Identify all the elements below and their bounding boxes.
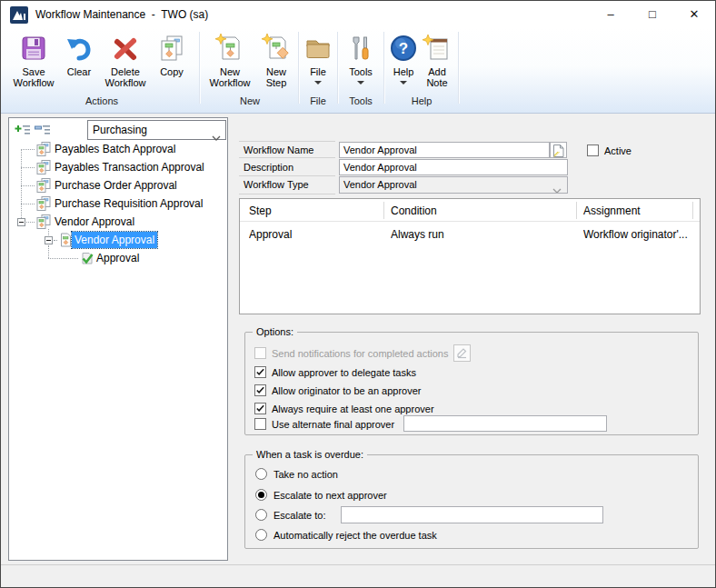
send-notifications-checkbox [254, 347, 266, 359]
tree-item-label: Payables Transaction Approval [55, 159, 204, 175]
ribbon-toolbar: Save Workflow Clear Delete Workflow Copy [1, 28, 715, 114]
new-step-button[interactable]: New Step [257, 31, 295, 89]
column-divider [692, 202, 693, 219]
escalate-next-approver-radio[interactable] [255, 489, 267, 501]
chevron-down-icon [552, 183, 562, 194]
description-field[interactable]: Vendor Approval [339, 159, 568, 175]
button-label: Add [420, 66, 454, 77]
add-note-button[interactable]: Add Note [420, 31, 454, 89]
alternate-approver-input[interactable] [403, 415, 607, 432]
button-label: Step [257, 77, 295, 88]
copy-button[interactable]: Copy [152, 31, 192, 89]
ribbon-separator [298, 32, 299, 104]
collapse-all-button[interactable] [35, 125, 53, 139]
workflow-type-label: Workflow Type [239, 176, 335, 194]
ribbon-group-label-tools: Tools [339, 95, 383, 108]
undo-icon [65, 34, 94, 63]
tree-item-label: Purchase Requisition Approval [55, 195, 203, 212]
column-divider [383, 202, 384, 219]
delete-workflow-button[interactable]: Delete Workflow [101, 31, 150, 89]
assignment-cell: Workflow originator'... [583, 226, 694, 243]
tools-menu-button[interactable]: Tools [341, 31, 381, 89]
button-label: New [257, 66, 295, 77]
note-button[interactable] [550, 142, 567, 158]
help-icon: ? [389, 34, 418, 63]
tree-item[interactable]: Purchase Order Approval [9, 177, 225, 194]
minimize-button[interactable]: – [590, 1, 631, 28]
tree-item-label: Payables Batch Approval [55, 141, 175, 157]
tree-item[interactable]: Vendor Approval [9, 214, 225, 230]
tree-item-label: Vendor Approval [72, 232, 157, 248]
escalate-next-approver-label: Escalate to next approver [273, 489, 387, 502]
active-checkbox-label: Active [604, 145, 631, 157]
title-bar: Workflow Maintenance - TWO (sa) – □ ✕ [1, 1, 715, 29]
allow-delegate-label: Allow approver to delegate tasks [272, 366, 416, 379]
message-icon [456, 347, 468, 359]
escalate-to-radio[interactable] [255, 509, 267, 521]
workflow-icon [58, 233, 73, 247]
overdue-legend: When a task is overdue: [253, 448, 367, 461]
tree-item[interactable]: Payables Transaction Approval [9, 159, 225, 175]
button-label: Copy [152, 66, 192, 77]
delete-icon [111, 34, 140, 63]
column-header-condition: Condition [391, 203, 437, 219]
check-icon [255, 404, 265, 414]
escalate-to-input[interactable] [341, 506, 603, 523]
folder-icon [303, 34, 333, 63]
workflow-type-select: Vendor Approval [339, 176, 568, 194]
workflow-name-field[interactable]: Vendor Approval [339, 142, 550, 158]
new-workflow-icon [215, 34, 244, 63]
help-menu-button[interactable]: ? Help [387, 31, 420, 89]
step-cell: Approval [249, 226, 381, 243]
check-icon [255, 367, 265, 377]
allow-originator-checkbox[interactable] [254, 384, 266, 396]
tree-item[interactable]: Vendor Approval [9, 232, 225, 248]
take-no-action-radio[interactable] [255, 468, 267, 480]
steps-table: Step Condition Assignment Approval Alway… [239, 198, 701, 314]
tree-item[interactable]: Payables Batch Approval [9, 141, 225, 157]
workflow-tree-panel: Purchasing Payables Batch Approval Payab… [8, 117, 228, 561]
button-label: Delete [101, 66, 150, 77]
maximize-button[interactable]: □ [631, 1, 673, 28]
tree-item-label: Vendor Approval [55, 214, 134, 230]
ribbon-group-label-help: Help [386, 95, 457, 108]
note-icon [552, 145, 564, 157]
step-check-icon [80, 251, 94, 265]
ribbon-group-label-file: File [300, 95, 336, 108]
tree-item[interactable]: Purchase Requisition Approval [9, 195, 225, 212]
active-checkbox[interactable] [587, 145, 599, 156]
column-divider [576, 202, 577, 219]
clear-button[interactable]: Clear [59, 31, 99, 89]
tree-item[interactable]: Approval [9, 250, 225, 266]
button-label: New [204, 66, 255, 77]
options-groupbox: Options: Send notifications for complete… [244, 332, 699, 435]
tree-collapse-toggle[interactable] [17, 218, 25, 226]
expand-all-button[interactable] [15, 125, 33, 139]
save-icon [19, 34, 48, 63]
require-approver-checkbox[interactable] [254, 403, 266, 414]
auto-reject-radio[interactable] [255, 529, 267, 541]
allow-delegate-checkbox[interactable] [254, 366, 266, 378]
workflow-category-select[interactable]: Purchasing [87, 120, 226, 140]
description-label: Description [239, 159, 335, 176]
status-bar [1, 564, 715, 587]
chevron-down-icon [400, 81, 407, 85]
new-workflow-button[interactable]: New Workflow [204, 31, 255, 89]
tree-item-label: Purchase Order Approval [55, 177, 177, 194]
alternate-approver-label: Use alternate final approver [272, 418, 394, 431]
column-header-assignment: Assignment [583, 203, 641, 219]
close-button[interactable]: ✕ [673, 1, 715, 28]
workflow-type-icon [36, 214, 51, 229]
dynamics-gp-logo-icon [10, 6, 28, 24]
workflow-name-label: Workflow Name [239, 141, 335, 158]
allow-originator-label: Allow originator to be an approver [272, 384, 421, 397]
options-legend: Options: [253, 325, 297, 338]
chevron-down-icon [357, 81, 364, 85]
file-menu-button[interactable]: File [302, 31, 334, 89]
take-no-action-label: Take no action [273, 468, 338, 481]
tree-collapse-toggle[interactable] [45, 236, 53, 244]
svg-text:?: ? [399, 40, 408, 57]
save-workflow-button[interactable]: Save Workflow [10, 31, 57, 89]
check-icon [255, 385, 265, 395]
alternate-approver-checkbox[interactable] [254, 418, 266, 430]
